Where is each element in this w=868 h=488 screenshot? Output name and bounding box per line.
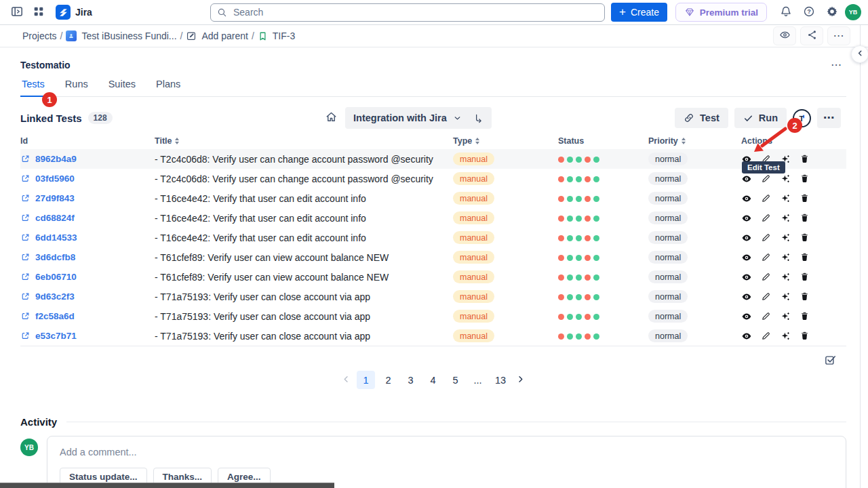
page-button[interactable]: 5 — [446, 371, 465, 389]
delete-test-button[interactable] — [800, 331, 810, 341]
premium-trial-button[interactable]: Premium trial — [675, 3, 767, 22]
panel-tab[interactable]: Tests — [20, 79, 46, 97]
col-header-id[interactable]: Id — [20, 136, 155, 146]
test-id-link[interactable]: 3d6dcfb8 — [35, 252, 75, 262]
help-button[interactable]: ? — [799, 3, 819, 22]
edit-test-button[interactable] — [761, 174, 771, 184]
edit-test-button[interactable] — [761, 272, 771, 282]
test-id-link[interactable]: cd68824f — [35, 213, 75, 223]
view-test-button[interactable] — [741, 311, 752, 322]
external-link-icon[interactable] — [20, 193, 31, 203]
breadcrumb-issue[interactable]: TIF-3 — [258, 30, 295, 41]
view-test-button[interactable] — [741, 252, 752, 263]
ai-sparkles-button[interactable] — [780, 291, 791, 302]
edit-test-button[interactable] — [761, 291, 771, 302]
external-link-icon[interactable] — [20, 331, 31, 341]
run-button[interactable]: Run — [734, 108, 787, 128]
toolbar-more-button[interactable]: ⋯ — [817, 108, 841, 128]
ai-sparkles-button[interactable] — [780, 331, 791, 342]
panel-tab[interactable]: Plans — [155, 79, 182, 97]
external-link-icon[interactable] — [20, 311, 31, 321]
col-header-type[interactable]: Type — [453, 136, 558, 146]
view-test-button[interactable] — [741, 193, 752, 204]
ai-sparkles-button[interactable] — [780, 232, 791, 243]
external-link-icon[interactable] — [20, 213, 31, 223]
external-link-icon[interactable] — [20, 154, 31, 164]
test-id-link[interactable]: 6dd14533 — [35, 232, 77, 243]
export-button[interactable] — [824, 353, 837, 368]
page-button[interactable]: 3 — [401, 371, 420, 389]
edit-test-button[interactable] — [761, 252, 771, 262]
edit-test-button[interactable] — [761, 193, 771, 203]
ai-sparkles-button[interactable] — [780, 174, 791, 184]
ai-sparkles-button[interactable] — [780, 272, 791, 283]
delete-test-button[interactable] — [800, 154, 810, 164]
edit-test-button[interactable] — [761, 311, 771, 321]
test-id-link[interactable]: 9d63c2f3 — [35, 291, 75, 302]
test-id-link[interactable]: e53c7b71 — [35, 331, 77, 341]
external-link-icon[interactable] — [20, 232, 31, 243]
watch-button[interactable] — [773, 26, 796, 45]
jira-logo[interactable]: Jira — [56, 5, 92, 20]
page-button[interactable]: 2 — [379, 371, 397, 389]
breadcrumb-project[interactable]: Test iBusiness Fundi... — [66, 30, 176, 41]
next-page-button[interactable] — [514, 374, 527, 386]
link-test-button[interactable]: Test — [675, 108, 728, 128]
view-test-button[interactable] — [741, 331, 752, 342]
ai-sparkles-button[interactable] — [780, 311, 791, 322]
view-test-button[interactable] — [741, 174, 752, 184]
page-button[interactable]: 4 — [424, 371, 442, 389]
edit-test-button[interactable] — [761, 213, 771, 223]
view-test-button[interactable] — [741, 291, 752, 302]
page-button[interactable]: 1 — [357, 371, 375, 389]
notifications-button[interactable] — [776, 3, 796, 22]
panel-more-button[interactable]: ⋯ — [827, 58, 846, 72]
test-id-link[interactable]: f2c58a6d — [35, 311, 75, 321]
delete-test-button[interactable] — [800, 174, 810, 184]
create-button[interactable]: + Create — [611, 3, 667, 22]
edit-test-button[interactable] — [761, 331, 771, 341]
external-link-icon[interactable] — [20, 272, 31, 282]
sidebar-toggle-button[interactable] — [7, 3, 27, 22]
test-id-link[interactable]: 8962b4a9 — [35, 154, 77, 164]
add-parent-button[interactable]: Add parent — [186, 30, 248, 41]
search-input[interactable] — [232, 6, 598, 18]
edit-test-button[interactable] — [761, 232, 771, 243]
panel-tab[interactable]: Suites — [107, 79, 137, 97]
external-link-icon[interactable] — [20, 291, 31, 302]
delete-test-button[interactable] — [800, 232, 810, 243]
more-actions-button[interactable]: ⋯ — [827, 26, 850, 45]
branch-icon[interactable] — [473, 113, 484, 123]
delete-test-button[interactable] — [800, 213, 810, 223]
delete-test-button[interactable] — [800, 193, 810, 203]
delete-test-button[interactable] — [800, 272, 810, 282]
collapse-panel-button[interactable] — [851, 45, 868, 63]
delete-test-button[interactable] — [800, 291, 810, 302]
col-header-priority[interactable]: Priority — [648, 136, 741, 146]
share-button[interactable] — [800, 26, 823, 45]
suite-selector-dropdown[interactable]: Integration with Jira — [345, 107, 492, 129]
delete-test-button[interactable] — [800, 311, 810, 321]
view-test-button[interactable] — [741, 272, 752, 283]
test-id-link[interactable]: 03fd5960 — [35, 174, 75, 184]
external-link-icon[interactable] — [20, 252, 31, 262]
delete-test-button[interactable] — [800, 252, 810, 262]
ai-sparkles-button[interactable] — [780, 193, 791, 204]
home-button[interactable] — [325, 110, 338, 125]
settings-button[interactable] — [822, 3, 842, 22]
page-button[interactable]: ... — [469, 371, 487, 389]
app-switcher-button[interactable] — [28, 3, 49, 22]
page-button[interactable]: 13 — [491, 371, 510, 389]
breadcrumb-projects[interactable]: Projects — [22, 30, 57, 41]
test-id-link[interactable]: 6eb06710 — [35, 272, 77, 282]
prev-page-button[interactable] — [340, 374, 353, 386]
col-header-title[interactable]: Title — [155, 136, 453, 146]
test-id-link[interactable]: 27d9f843 — [35, 193, 75, 203]
external-link-icon[interactable] — [20, 174, 31, 184]
view-test-button[interactable] — [741, 232, 752, 243]
panel-tab[interactable]: Runs — [64, 79, 90, 97]
ai-sparkles-button[interactable] — [780, 252, 791, 263]
user-avatar[interactable]: YB — [845, 4, 861, 20]
view-test-button[interactable] — [741, 213, 752, 224]
ai-sparkles-button[interactable] — [780, 213, 791, 224]
